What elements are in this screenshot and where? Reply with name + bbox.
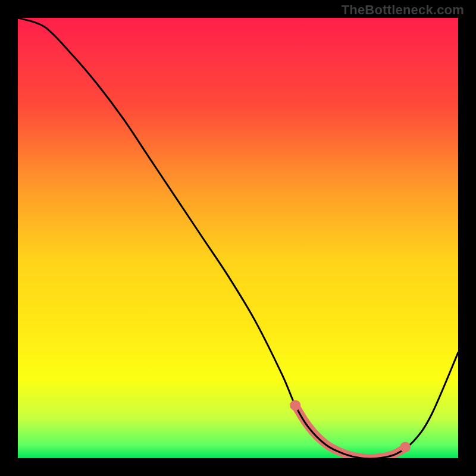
highlight-dot-end — [400, 442, 411, 453]
curve-layer — [18, 18, 458, 458]
bottleneck-curve — [18, 18, 458, 458]
plot-area — [18, 18, 458, 458]
chart-frame: TheBottleneck.com — [0, 0, 476, 476]
highlight-dot-start — [290, 400, 300, 411]
watermark-text: TheBottleneck.com — [342, 2, 464, 18]
